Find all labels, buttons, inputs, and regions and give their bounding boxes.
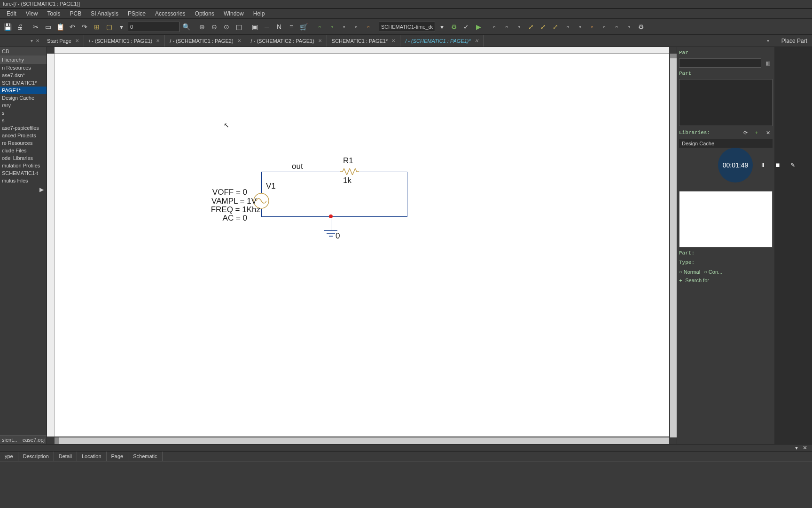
tree-item[interactable]: anced Projects: [0, 132, 47, 139]
tree-item[interactable]: SCHEMATIC1-t: [0, 169, 47, 177]
tree-item[interactable]: ase7-pspicefiles: [0, 124, 47, 132]
sim-run-icon[interactable]: ▶: [473, 21, 484, 32]
tab-startpage[interactable]: Start Page✕: [42, 35, 84, 47]
wire[interactable]: [407, 172, 407, 216]
recorder-pause-icon[interactable]: ⏸: [757, 160, 768, 170]
tree-item[interactable]: rary: [0, 102, 47, 109]
tree-item[interactable]: ase7.dsn*: [0, 71, 47, 79]
select-icon[interactable]: ▢: [103, 21, 115, 32]
place-net-icon[interactable]: N: [273, 21, 285, 32]
menu-view[interactable]: View: [21, 9, 43, 18]
panel-collapse-icon[interactable]: ▾: [795, 444, 798, 451]
sim-gear-icon[interactable]: ⚙: [448, 21, 460, 32]
tree-item[interactable]: n Resources: [0, 64, 47, 71]
wire[interactable]: [261, 209, 262, 216]
vsource-name[interactable]: V1: [266, 182, 276, 191]
net-label-out[interactable]: out: [292, 162, 303, 171]
sim-tool3-icon[interactable]: ▫: [513, 21, 524, 32]
detail-tab-schematic[interactable]: Schematic: [128, 452, 162, 461]
bottom-tab-case7[interactable]: case7.opj: [21, 435, 47, 444]
resistor-name[interactable]: R1: [343, 156, 353, 166]
search-icon[interactable]: 🔍: [180, 21, 192, 32]
zoomfit-icon[interactable]: ⊙: [221, 21, 232, 32]
print-icon[interactable]: 🖨: [14, 21, 25, 32]
tool-d-icon[interactable]: ▫: [351, 21, 362, 32]
zoom-dropdown-icon[interactable]: ▾: [116, 21, 127, 32]
tab-schematic1-page2[interactable]: / - (SCHEMATIC1 : PAGE2)✕: [165, 35, 246, 47]
ground-label[interactable]: 0: [336, 231, 340, 241]
sim-tool1-icon[interactable]: ▫: [489, 21, 500, 32]
tablead-close-icon[interactable]: ✕: [36, 38, 39, 43]
wire[interactable]: [261, 172, 340, 172]
menu-tools[interactable]: Tools: [42, 9, 65, 18]
sim-tool8-icon[interactable]: ▫: [574, 21, 586, 32]
search-for-toggle[interactable]: + Search for: [679, 278, 773, 284]
tab-schematic1-page1[interactable]: / - (SCHEMATIC1 : PAGE1)✕: [84, 35, 165, 47]
tree-item[interactable]: SCHEMATIC1*: [0, 79, 47, 87]
menu-pcb[interactable]: PCB: [65, 9, 86, 18]
sim-dropdown-icon[interactable]: ▾: [436, 21, 447, 32]
vsource-vampl[interactable]: VAMPL = 1V: [184, 197, 257, 206]
par-input[interactable]: [679, 58, 761, 68]
tool-b-icon[interactable]: ▫: [326, 21, 337, 32]
close-icon[interactable]: ✕: [75, 38, 79, 43]
radio-normal[interactable]: ○ Normal: [679, 269, 700, 275]
resistor-symbol[interactable]: [340, 168, 359, 175]
paste-icon[interactable]: 📋: [55, 21, 66, 32]
add-lib-icon[interactable]: +: [752, 128, 761, 137]
tree-item[interactable]: re Resources: [0, 139, 47, 147]
wire[interactable]: [261, 172, 262, 193]
sim-profile-input[interactable]: [379, 22, 435, 32]
menu-window[interactable]: Window: [219, 9, 249, 18]
library-entry[interactable]: Design Cache: [679, 139, 773, 148]
probe-i-icon[interactable]: ⤢: [538, 21, 549, 32]
close-icon[interactable]: ✕: [475, 38, 478, 43]
vertical-scrollbar[interactable]: [670, 54, 677, 437]
tool-c-icon[interactable]: ▫: [338, 21, 350, 32]
detail-tab-description[interactable]: Description: [18, 452, 54, 461]
copy-icon[interactable]: ▭: [42, 21, 54, 32]
tree-item[interactable]: mulation Profiles: [0, 162, 47, 169]
menu-help[interactable]: Help: [249, 9, 270, 18]
recorder-edit-icon[interactable]: ✎: [788, 160, 798, 170]
cart-icon[interactable]: 🛒: [298, 21, 309, 32]
menu-si-analysis[interactable]: SI Analysis: [86, 9, 123, 18]
sim-tool2-icon[interactable]: ▫: [501, 21, 512, 32]
menu-accessories[interactable]: Accessories: [150, 9, 190, 18]
close-icon[interactable]: ✕: [156, 38, 160, 43]
detail-tab-type[interactable]: ype: [0, 452, 18, 461]
panel-close-icon[interactable]: ✕: [803, 444, 807, 451]
tab-schematic2-page1[interactable]: / - (SCHEMATIC2 : PAGE1)✕: [246, 35, 327, 47]
cut-icon[interactable]: ✂: [30, 21, 41, 32]
zoomout-icon[interactable]: ⊖: [209, 21, 220, 32]
wire[interactable]: [331, 216, 331, 230]
horizontal-scrollbar[interactable]: [55, 437, 669, 444]
wire[interactable]: [261, 216, 407, 217]
panel-head-hierarchy[interactable]: Hierarchy: [0, 56, 47, 64]
place-part-icon[interactable]: ▣: [249, 21, 260, 32]
tree-item[interactable]: clude Files: [0, 147, 47, 154]
sim-tool13-icon[interactable]: ⚙: [635, 21, 647, 32]
junction-node[interactable]: [329, 214, 333, 218]
undo-icon[interactable]: ↶: [67, 21, 78, 32]
vsource-ac[interactable]: AC = 0: [184, 214, 247, 223]
refresh-icon[interactable]: ⟳: [741, 128, 750, 137]
place-bus-icon[interactable]: ≡: [286, 21, 297, 32]
detail-tab-location[interactable]: Location: [77, 452, 107, 461]
bottom-tab-sient[interactable]: sient...: [0, 435, 21, 444]
tree-scroll-right-icon[interactable]: ▶: [0, 184, 47, 195]
tree-item-selected[interactable]: PAGE1*: [0, 87, 47, 94]
sim-tool7-icon[interactable]: ▫: [562, 21, 573, 32]
menu-options[interactable]: Options: [190, 9, 219, 18]
vsource-voff[interactable]: VOFF = 0: [184, 188, 247, 197]
taboverflow-icon[interactable]: ▾: [767, 38, 769, 43]
tree-item[interactable]: s: [0, 117, 47, 124]
tree-item[interactable]: odel Libraries: [0, 154, 47, 162]
tree-item[interactable]: s: [0, 109, 47, 117]
tool-a-icon[interactable]: ▫: [314, 21, 325, 32]
probe-v-icon[interactable]: ⤢: [525, 21, 537, 32]
recorder-stop-icon[interactable]: ⏹: [773, 160, 783, 170]
close-icon[interactable]: ✕: [391, 38, 395, 43]
sim-tool9-icon[interactable]: ▫: [586, 21, 598, 32]
tree-item[interactable]: Design Cache: [0, 94, 47, 102]
